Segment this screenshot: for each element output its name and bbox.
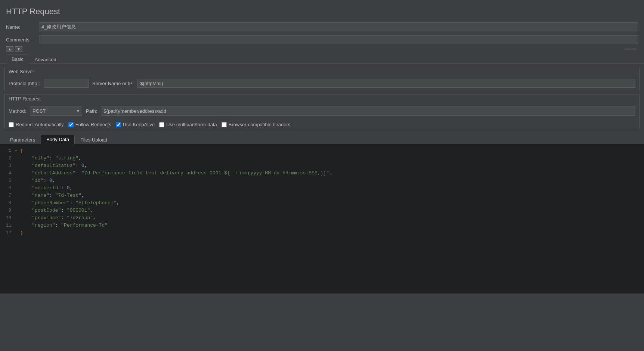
resize-dots: ≈≈≈≈≈: [625, 47, 637, 51]
http-request-content: Method: GET POST PUT DELETE PATCH HEAD O…: [5, 103, 639, 119]
line-number: 5: [0, 177, 15, 184]
line-content: {: [20, 147, 23, 155]
line-number: 9: [0, 207, 15, 214]
body-tabs-row: Parameters Body Data Files Upload: [0, 132, 644, 144]
main-container: HTTP Request Name: Comments: ▲ ▼ ≈≈≈≈≈ B…: [0, 0, 644, 293]
comments-input[interactable]: [39, 35, 638, 44]
browser-compat-label: Browser-compatible headers: [229, 122, 290, 127]
code-line: 3 "defaultStatus": 0,: [0, 162, 644, 170]
code-line: 6 "memberId": 0,: [0, 184, 644, 192]
line-content: "defaultStatus": 0,: [20, 162, 87, 170]
browser-compat-checkbox-item: Browser-compatible headers: [222, 122, 290, 127]
redirect-auto-checkbox-item: Redirect Automatically: [9, 122, 64, 127]
tab-parameters[interactable]: Parameters: [4, 135, 41, 144]
code-line: 2 "city": "string",: [0, 155, 644, 162]
name-input[interactable]: [39, 22, 638, 31]
path-input[interactable]: [101, 106, 635, 116]
line-content: "name": "7d-Test",: [20, 192, 84, 199]
checkboxes-row: Redirect Automatically Follow Redirects …: [5, 119, 639, 129]
tab-files-upload[interactable]: Files Upload: [75, 135, 113, 144]
line-content: }: [20, 229, 23, 237]
follow-redirects-checkbox[interactable]: [68, 122, 74, 127]
http-request-row: Method: GET POST PUT DELETE PATCH HEAD O…: [9, 106, 635, 116]
protocol-input[interactable]: [44, 79, 89, 88]
follow-redirects-checkbox-item: Follow Redirects: [68, 122, 111, 127]
code-line: 7 "name": "7d-Test",: [0, 192, 644, 199]
code-line: 4 "detailAddress": "7d-Performance field…: [0, 170, 644, 177]
tab-body-data[interactable]: Body Data: [41, 135, 75, 144]
code-line: 1−{: [0, 147, 644, 155]
arrows-row: ▲ ▼ ≈≈≈≈≈: [0, 46, 644, 53]
method-select[interactable]: GET POST PUT DELETE PATCH HEAD OPTIONS: [30, 106, 82, 116]
arrow-up-button[interactable]: ▲: [6, 46, 13, 52]
method-label: Method:: [9, 108, 26, 114]
multipart-checkbox-item: Use multipart/form-data: [159, 122, 217, 127]
redirect-auto-checkbox[interactable]: [9, 122, 14, 127]
redirect-auto-label: Redirect Automatically: [16, 122, 64, 127]
line-content: "detailAddress": "7d-Performance field t…: [20, 170, 332, 177]
code-line: 5 "id": 0,: [0, 177, 644, 184]
tabs-row: Basic Advanced: [0, 53, 644, 64]
method-select-wrapper: GET POST PUT DELETE PATCH HEAD OPTIONS ▼: [30, 106, 82, 116]
line-number: 4: [0, 170, 15, 177]
line-content: "province": "7dGroup",: [20, 214, 96, 222]
code-editor[interactable]: 1−{2 "city": "string",3 "defaultStatus":…: [0, 144, 644, 293]
line-number: 11: [0, 222, 15, 229]
path-label: Path:: [86, 108, 97, 114]
line-content: "phoneNumber": "${telephone}",: [20, 199, 119, 207]
line-content: "city": "string",: [20, 155, 81, 162]
tab-basic[interactable]: Basic: [6, 55, 29, 64]
multipart-label: Use multipart/form-data: [166, 122, 217, 127]
tab-advanced[interactable]: Advanced: [29, 55, 62, 64]
code-line: 11 "region": "Performance-7d": [0, 222, 644, 229]
code-line: 9 "postCode": "000001",: [0, 207, 644, 214]
line-number: 10: [0, 214, 15, 222]
web-server-content: Protocol [http]: Server Name or IP:: [5, 76, 639, 91]
keepalive-checkbox[interactable]: [116, 122, 121, 127]
protocol-label: Protocol [http]:: [9, 81, 40, 86]
web-server-title: Web Server: [5, 67, 639, 76]
code-line: 10 "province": "7dGroup",: [0, 214, 644, 222]
line-number: 8: [0, 199, 15, 207]
line-content: "id": 0,: [20, 177, 55, 184]
keepalive-label: Use KeepAlive: [123, 122, 155, 127]
name-label: Name:: [6, 24, 36, 30]
line-content: "postCode": "000001",: [20, 207, 93, 214]
name-row: Name:: [0, 20, 644, 34]
line-content: "region": "Performance-7d": [20, 222, 108, 229]
line-number: 6: [0, 184, 15, 192]
browser-compat-checkbox[interactable]: [222, 122, 227, 127]
arrow-down-button[interactable]: ▼: [15, 46, 22, 52]
comments-row: Comments:: [0, 34, 644, 46]
follow-redirects-label: Follow Redirects: [75, 122, 111, 127]
line-content: "memberId": 0,: [20, 184, 72, 192]
http-request-section: HTTP Request Method: GET POST PUT DELETE…: [4, 94, 640, 129]
line-number: 1: [0, 147, 15, 155]
code-line: 8 "phoneNumber": "${telephone}",: [0, 199, 644, 207]
line-number: 2: [0, 155, 15, 162]
line-number: 12: [0, 229, 15, 237]
web-server-section: Web Server Protocol [http]: Server Name …: [4, 67, 640, 91]
keepalive-checkbox-item: Use KeepAlive: [116, 122, 155, 127]
line-number: 7: [0, 192, 15, 199]
server-label: Server Name or IP:: [92, 81, 134, 86]
server-input[interactable]: [137, 79, 635, 88]
line-number: 3: [0, 162, 15, 170]
page-title: HTTP Request: [0, 4, 644, 20]
code-line: 12}: [0, 229, 644, 237]
line-collapse: −: [15, 147, 20, 155]
comments-label: Comments:: [6, 37, 36, 43]
http-request-title: HTTP Request: [5, 94, 639, 103]
webserver-row: Protocol [http]: Server Name or IP:: [9, 79, 635, 88]
multipart-checkbox[interactable]: [159, 122, 164, 127]
